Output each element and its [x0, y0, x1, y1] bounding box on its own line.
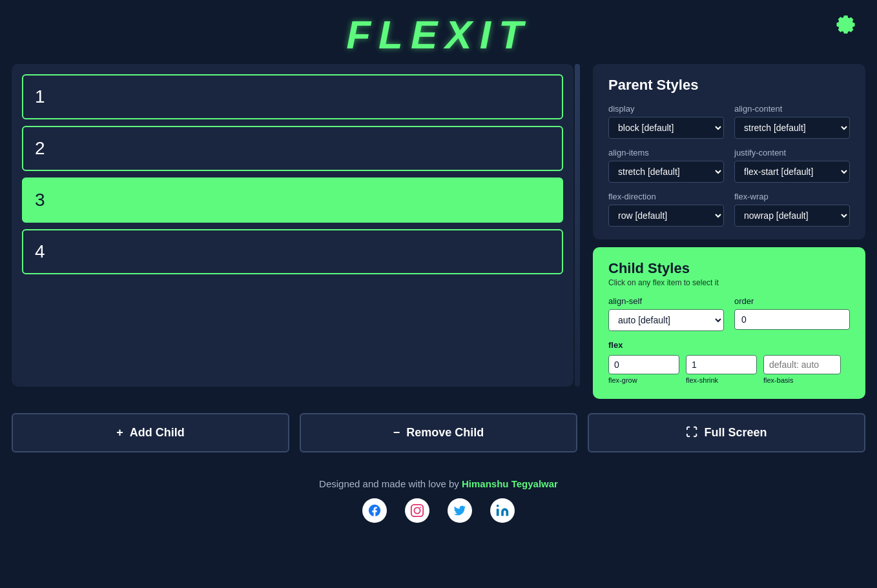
flex-row: flex-grow flex-shrink flex-basis	[608, 355, 850, 386]
footer-author-link[interactable]: Himanshu Tegyalwar	[462, 478, 558, 489]
flex-wrap-select[interactable]: nowrap [default] wrap wrap-reverse	[734, 205, 850, 227]
main-layout: 1 2 3 4 Parent Styles display block [def…	[0, 64, 877, 399]
footer: Designed and made with love by Himanshu …	[0, 463, 877, 529]
facebook-icon[interactable]	[362, 498, 387, 523]
add-child-button[interactable]: + Add Child	[12, 413, 289, 452]
header: FLEXIT	[0, 0, 877, 64]
child-top-grid: align-self auto [default] flex-start fle…	[608, 296, 850, 331]
add-child-label: Add Child	[130, 426, 185, 440]
panel-divider	[575, 64, 580, 387]
align-self-select[interactable]: auto [default] flex-start flex-end cente…	[608, 309, 724, 331]
align-content-label: align-content	[734, 104, 850, 114]
flex-wrap-label: flex-wrap	[734, 192, 850, 201]
flex-shrink-group: flex-shrink	[686, 355, 757, 386]
child-styles-card: Child Styles Click on any flex item to s…	[593, 247, 865, 399]
footer-icons	[0, 498, 877, 523]
order-label: order	[734, 296, 850, 306]
flex-basis-input[interactable]	[763, 355, 841, 374]
flex-basis-group: flex-basis	[763, 355, 841, 386]
justify-content-group: justify-content flex-start [default] fle…	[734, 148, 850, 183]
gear-icon[interactable]	[834, 13, 858, 41]
flex-wrap-group: flex-wrap nowrap [default] wrap wrap-rev…	[734, 192, 850, 227]
footer-text: Designed and made with love by	[319, 478, 462, 489]
svg-point-2	[420, 507, 421, 508]
flex-item-3[interactable]: 3	[22, 177, 563, 223]
bottom-buttons: + Add Child − Remove Child ⛶ Full Screen	[0, 399, 877, 463]
child-styles-title: Child Styles	[608, 260, 850, 277]
order-group: order	[734, 296, 850, 331]
app-title: FLEXIT	[346, 12, 531, 57]
twitter-icon[interactable]	[448, 498, 472, 523]
flex-basis-label: flex-basis	[763, 376, 841, 384]
linkedin-icon[interactable]	[490, 498, 515, 523]
display-select[interactable]: block [default] flex inline-flex inline-…	[608, 117, 724, 139]
align-items-select[interactable]: stretch [default] flex-start flex-end ce…	[608, 161, 724, 183]
flex-grow-input[interactable]	[608, 355, 679, 374]
parent-styles-title: Parent Styles	[608, 77, 850, 94]
flex-direction-select[interactable]: row [default] row-reverse column column-…	[608, 205, 724, 227]
instagram-icon[interactable]	[405, 498, 429, 523]
flex-direction-label: flex-direction	[608, 192, 724, 201]
svg-rect-0	[411, 505, 423, 516]
display-group: display block [default] flex inline-flex…	[608, 104, 724, 139]
styles-panel: Parent Styles display block [default] fl…	[581, 64, 865, 399]
justify-content-select[interactable]: flex-start [default] flex-end center spa…	[734, 161, 850, 183]
parent-styles-grid: display block [default] flex inline-flex…	[608, 104, 850, 227]
child-styles-subtitle: Click on any flex item to select it	[608, 278, 850, 287]
remove-child-button[interactable]: − Remove Child	[300, 413, 577, 452]
full-screen-button[interactable]: ⛶ Full Screen	[588, 413, 865, 452]
flex-label: flex	[608, 340, 850, 350]
flex-item-1[interactable]: 1	[22, 74, 563, 119]
fullscreen-icon: ⛶	[686, 426, 697, 440]
align-items-group: align-items stretch [default] flex-start…	[608, 148, 724, 183]
justify-content-label: justify-content	[734, 148, 850, 157]
svg-point-1	[414, 507, 420, 513]
flex-shrink-label: flex-shrink	[686, 376, 757, 384]
align-content-group: align-content stretch [default] flex-sta…	[734, 104, 850, 139]
flex-item-4[interactable]: 4	[22, 229, 563, 274]
flex-preview-panel: 1 2 3 4	[12, 64, 573, 387]
minus-icon: −	[393, 426, 400, 440]
flex-grow-group: flex-grow	[608, 355, 679, 386]
plus-icon: +	[116, 426, 123, 440]
order-input[interactable]	[734, 309, 850, 330]
full-screen-label: Full Screen	[704, 426, 767, 440]
display-label: display	[608, 104, 724, 114]
flex-item-2[interactable]: 2	[22, 126, 563, 171]
remove-child-label: Remove Child	[406, 426, 484, 440]
align-items-label: align-items	[608, 148, 724, 157]
flex-direction-group: flex-direction row [default] row-reverse…	[608, 192, 724, 227]
align-self-label: align-self	[608, 296, 724, 306]
align-content-select[interactable]: stretch [default] flex-start flex-end ce…	[734, 117, 850, 139]
align-self-group: align-self auto [default] flex-start fle…	[608, 296, 724, 331]
flex-shrink-input[interactable]	[686, 355, 757, 374]
flex-grow-label: flex-grow	[608, 376, 679, 384]
parent-styles-card: Parent Styles display block [default] fl…	[593, 64, 865, 239]
